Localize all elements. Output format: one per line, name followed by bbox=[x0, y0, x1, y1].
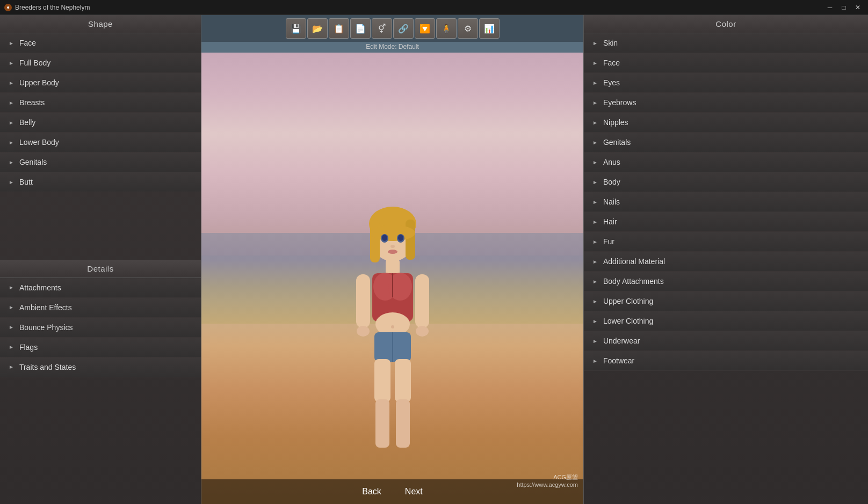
color-item-label: Eyebrows bbox=[603, 98, 636, 107]
svg-point-8 bbox=[398, 235, 403, 241]
chevron-right-icon: ► bbox=[592, 80, 598, 86]
color-item-label: Body Attachments bbox=[603, 277, 664, 286]
shape-item-label: Face bbox=[19, 39, 36, 47]
chevron-right-icon: ► bbox=[9, 120, 14, 126]
color-item-label: Underwear bbox=[603, 337, 640, 345]
details-item-bounce-physics[interactable]: ►Bounce Physics bbox=[0, 318, 201, 338]
gender-btn[interactable]: ⚥ bbox=[372, 18, 392, 39]
left-panel: Shape ►Face►Full Body►Upper Body►Breasts… bbox=[0, 15, 201, 504]
minimize-button[interactable]: ─ bbox=[824, 3, 836, 12]
chevron-right-icon: ► bbox=[592, 259, 598, 265]
shape-item-label: Breasts bbox=[19, 98, 45, 107]
chevron-right-icon: ► bbox=[592, 199, 598, 205]
shape-item-genitals[interactable]: ►Genitals bbox=[0, 152, 201, 172]
svg-rect-11 bbox=[386, 259, 400, 275]
svg-point-18 bbox=[391, 325, 394, 328]
back-button[interactable]: Back bbox=[356, 485, 388, 499]
next-button[interactable]: Next bbox=[399, 485, 429, 499]
watermark-line1: ACG愿望 bbox=[517, 473, 578, 481]
color-item-additional-material[interactable]: ►Additional Material bbox=[584, 252, 868, 272]
details-item-label: Flags bbox=[19, 343, 38, 352]
chevron-right-icon: ► bbox=[9, 284, 14, 290]
extra-btn[interactable]: 📊 bbox=[479, 18, 500, 39]
color-item-eyes[interactable]: ►Eyes bbox=[584, 73, 868, 93]
color-item-label: Nails bbox=[603, 198, 620, 206]
color-item-label: Skin bbox=[603, 39, 618, 47]
color-item-label: Additional Material bbox=[603, 257, 665, 266]
shape-item-label: Butt bbox=[19, 178, 33, 186]
watermark-line2: https://www.acgyw.com bbox=[517, 481, 578, 488]
shape-item-butt[interactable]: ►Butt bbox=[0, 172, 201, 192]
chevron-right-icon: ► bbox=[592, 40, 598, 46]
save-btn[interactable]: 💾 bbox=[286, 18, 306, 39]
pose-btn[interactable]: 🧍 bbox=[436, 18, 457, 39]
color-item-anus[interactable]: ►Anus bbox=[584, 152, 868, 172]
shape-item-label: Lower Body bbox=[19, 138, 59, 147]
details-item-flags[interactable]: ►Flags bbox=[0, 338, 201, 357]
paste-btn[interactable]: 📄 bbox=[350, 18, 371, 39]
edit-mode-label: Edit Mode: Default bbox=[201, 42, 583, 53]
color-item-label: Upper Clothing bbox=[603, 297, 653, 305]
shape-item-lower-body[interactable]: ►Lower Body bbox=[0, 133, 201, 152]
color-item-skin[interactable]: ►Skin bbox=[584, 33, 868, 53]
chevron-right-icon: ► bbox=[592, 120, 598, 126]
svg-point-10 bbox=[388, 250, 397, 254]
details-item-label: Ambient Effects bbox=[19, 303, 72, 312]
svg-rect-2 bbox=[370, 220, 380, 262]
shape-header: Shape bbox=[0, 15, 201, 33]
chevron-right-icon: ► bbox=[592, 318, 598, 324]
maximize-button[interactable]: □ bbox=[838, 3, 850, 12]
color-item-underwear[interactable]: ►Underwear bbox=[584, 331, 868, 351]
chevron-right-icon: ► bbox=[9, 80, 14, 86]
shape-item-upper-body[interactable]: ►Upper Body bbox=[0, 73, 201, 93]
title-bar-left: ♦ Breeders of the Nephelym bbox=[4, 4, 90, 11]
color-item-fur[interactable]: ►Fur bbox=[584, 232, 868, 252]
chevron-right-icon: ► bbox=[9, 324, 14, 330]
chevron-right-icon: ► bbox=[9, 100, 14, 106]
color-item-nipples[interactable]: ►Nipples bbox=[584, 113, 868, 133]
shape-item-breasts[interactable]: ►Breasts bbox=[0, 93, 201, 113]
shape-item-belly[interactable]: ►Belly bbox=[0, 113, 201, 133]
close-button[interactable]: ✕ bbox=[852, 3, 864, 12]
svg-rect-24 bbox=[396, 399, 410, 448]
color-item-face[interactable]: ►Face bbox=[584, 53, 868, 73]
color-item-body-attachments[interactable]: ►Body Attachments bbox=[584, 272, 868, 291]
details-item-ambient-effects[interactable]: ►Ambient Effects bbox=[0, 298, 201, 318]
color-items: ►Skin►Face►Eyes►Eyebrows►Nipples►Genital… bbox=[584, 33, 868, 504]
details-item-attachments[interactable]: ►Attachments bbox=[0, 278, 201, 298]
color-item-label: Lower Clothing bbox=[603, 317, 653, 325]
right-panel: Color ►Skin►Face►Eyes►Eyebrows►Nipples►G… bbox=[583, 15, 868, 504]
chevron-right-icon: ► bbox=[9, 40, 14, 46]
load-btn[interactable]: 📂 bbox=[307, 18, 328, 39]
settings-btn[interactable]: ⚙ bbox=[458, 18, 478, 39]
color-item-hair[interactable]: ►Hair bbox=[584, 212, 868, 232]
color-item-eyebrows[interactable]: ►Eyebrows bbox=[584, 93, 868, 113]
shape-item-face[interactable]: ►Face bbox=[0, 33, 201, 53]
details-item-traits-and-states[interactable]: ►Traits and States bbox=[0, 357, 201, 377]
color-item-label: Footwear bbox=[603, 356, 634, 365]
color-item-upper-clothing[interactable]: ►Upper Clothing bbox=[584, 291, 868, 311]
center-panel: 💾📂📋📄⚥🔗🔽🧍⚙📊 Edit Mode: Default bbox=[201, 15, 583, 504]
watermark: ACG愿望 https://www.acgyw.com bbox=[517, 473, 578, 488]
title-bar-controls: ─ □ ✕ bbox=[824, 3, 864, 12]
scene: Back Next ACG愿望 https://www.acgyw.com bbox=[201, 53, 583, 504]
shape-item-full-body[interactable]: ►Full Body bbox=[0, 53, 201, 73]
chain-btn[interactable]: 🔗 bbox=[393, 18, 414, 39]
svg-rect-21 bbox=[374, 359, 390, 402]
svg-point-28 bbox=[416, 326, 429, 337]
color-item-footwear[interactable]: ►Footwear bbox=[584, 351, 868, 371]
color-item-genitals[interactable]: ►Genitals bbox=[584, 133, 868, 152]
chevron-right-icon: ► bbox=[592, 219, 598, 225]
chevron-right-icon: ► bbox=[592, 239, 598, 245]
color-item-body[interactable]: ►Body bbox=[584, 172, 868, 192]
color-item-label: Body bbox=[603, 178, 620, 186]
svg-rect-25 bbox=[356, 274, 370, 328]
svg-point-9 bbox=[390, 245, 395, 248]
filter-btn[interactable]: 🔽 bbox=[415, 18, 435, 39]
copy-btn[interactable]: 📋 bbox=[329, 18, 349, 39]
shape-item-label: Full Body bbox=[19, 59, 50, 67]
color-item-lower-clothing[interactable]: ►Lower Clothing bbox=[584, 311, 868, 331]
color-item-nails[interactable]: ►Nails bbox=[584, 192, 868, 212]
svg-point-4 bbox=[370, 225, 415, 241]
chevron-right-icon: ► bbox=[592, 358, 598, 364]
